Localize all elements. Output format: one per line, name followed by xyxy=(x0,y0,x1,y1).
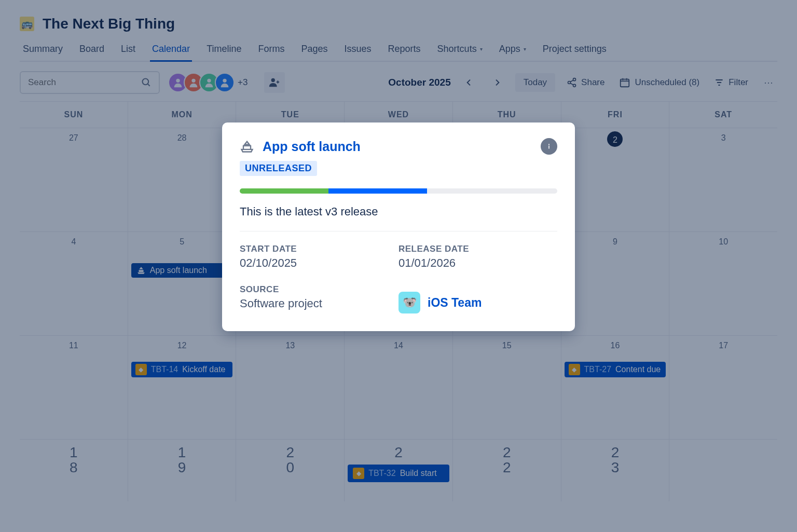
start-date-label: START DATE xyxy=(240,244,398,254)
release-modal: App soft launch UNRELEASED This is the l… xyxy=(222,122,575,331)
modal-description: This is the latest v3 release xyxy=(240,205,557,219)
source-value: Software project xyxy=(240,297,398,310)
release-date-label: RELEASE DATE xyxy=(398,244,557,254)
team-name[interactable]: iOS Team xyxy=(428,296,482,310)
svg-point-19 xyxy=(548,144,549,145)
start-date-value: 02/10/2025 xyxy=(240,256,398,270)
svg-rect-20 xyxy=(548,146,549,149)
divider xyxy=(240,231,557,231)
info-icon[interactable] xyxy=(541,138,557,155)
progress-bar xyxy=(240,188,557,194)
modal-title[interactable]: App soft launch xyxy=(263,139,532,154)
release-date-value: 01/01/2026 xyxy=(398,256,557,270)
ship-icon xyxy=(240,139,254,154)
modal-overlay[interactable]: App soft launch UNRELEASED This is the l… xyxy=(0,0,797,532)
source-label: SOURCE xyxy=(240,284,398,295)
team-icon: 🐨 xyxy=(398,292,420,313)
progress-done xyxy=(240,188,328,194)
progress-todo xyxy=(427,188,557,194)
progress-in-progress xyxy=(328,188,427,194)
status-badge: UNRELEASED xyxy=(240,161,317,176)
